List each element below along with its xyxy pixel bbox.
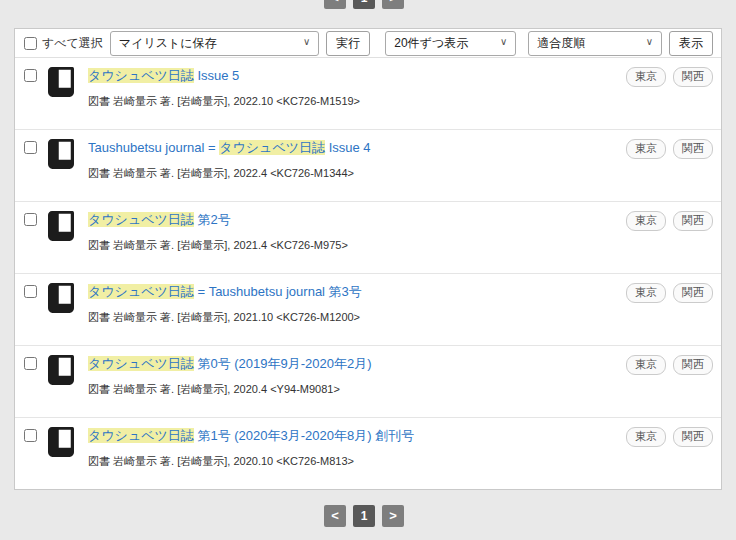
title-text: Issue 4 [325, 140, 371, 155]
action-select[interactable]: マイリストに保存 [110, 31, 319, 56]
pagination-bottom: < 1 > [324, 505, 404, 527]
result-title-link[interactable]: Taushubetsu journal = タウシュベツ日誌 Issue 4 [88, 139, 371, 156]
book-icon [48, 211, 74, 245]
result-location-tags: 東京関西 [626, 139, 713, 159]
result-metadata: 図書 岩崎量示 著. [岩崎量示], 2021.10 <KC726-M1200> [88, 310, 626, 325]
pagination-top: < 1 > [324, 0, 404, 9]
result-row: タウシュベツ日誌 第2号 図書 岩崎量示 著. [岩崎量示], 2021.4 <… [15, 202, 721, 274]
result-checkbox[interactable] [24, 429, 37, 442]
result-metadata: 図書 岩崎量示 著. [岩崎量示], 2020.4 <Y94-M9081> [88, 382, 626, 397]
result-location-tags: 東京関西 [626, 211, 713, 231]
result-main: タウシュベツ日誌 第2号 図書 岩崎量示 著. [岩崎量示], 2021.4 <… [88, 210, 626, 253]
select-all-checkbox[interactable] [24, 37, 37, 50]
result-checkbox[interactable] [24, 285, 37, 298]
result-list: タウシュベツ日誌 Issue 5 図書 岩崎量示 著. [岩崎量示], 2022… [15, 58, 721, 490]
result-metadata: 図書 岩崎量示 著. [岩崎量示], 2020.10 <KC726-M813> [88, 454, 626, 469]
location-tag: 東京 [626, 211, 666, 231]
result-row: タウシュベツ日誌 第0号 (2019年9月-2020年2月) 図書 岩崎量示 著… [15, 346, 721, 418]
sort-select[interactable]: 適合度順 [528, 31, 662, 56]
next-page-button[interactable]: > [382, 505, 404, 527]
sort-select-wrap: 適合度順 [528, 31, 662, 56]
book-icon [48, 427, 74, 461]
location-tag: 関西 [673, 355, 713, 375]
location-tag: 関西 [673, 139, 713, 159]
display-button[interactable]: 表示 [669, 31, 713, 56]
result-main: タウシュベツ日誌 = Taushubetsu journal 第3号 図書 岩崎… [88, 282, 626, 325]
book-icon [48, 283, 74, 317]
location-tag: 関西 [673, 67, 713, 87]
title-text: Issue 5 [194, 68, 240, 83]
result-checkbox[interactable] [24, 69, 37, 82]
result-metadata: 図書 岩崎量示 著. [岩崎量示], 2022.10 <KC726-M1519> [88, 94, 626, 109]
result-title-link[interactable]: タウシュベツ日誌 第0号 (2019年9月-2020年2月) [88, 355, 372, 372]
title-highlight: タウシュベツ日誌 [219, 140, 325, 155]
title-highlight: タウシュベツ日誌 [88, 356, 194, 371]
result-row: タウシュベツ日誌 = Taushubetsu journal 第3号 図書 岩崎… [15, 274, 721, 346]
result-main: タウシュベツ日誌 Issue 5 図書 岩崎量示 著. [岩崎量示], 2022… [88, 66, 626, 109]
action-select-wrap: マイリストに保存 [110, 31, 319, 56]
title-text: = Taushubetsu journal 第3号 [194, 284, 362, 299]
book-icon [48, 139, 74, 173]
result-title-link[interactable]: タウシュベツ日誌 第2号 [88, 211, 231, 228]
result-location-tags: 東京関西 [626, 67, 713, 87]
result-metadata: 図書 岩崎量示 著. [岩崎量示], 2022.4 <KC726-M1344> [88, 166, 626, 181]
result-row: タウシュベツ日誌 Issue 5 図書 岩崎量示 著. [岩崎量示], 2022… [15, 58, 721, 130]
result-main: タウシュベツ日誌 第1号 (2020年3月-2020年8月) 創刊号 図書 岩崎… [88, 426, 626, 469]
book-icon [48, 355, 74, 389]
page-1-button[interactable]: 1 [353, 505, 375, 527]
result-row: Taushubetsu journal = タウシュベツ日誌 Issue 4 図… [15, 130, 721, 202]
result-metadata: 図書 岩崎量示 著. [岩崎量示], 2021.4 <KC726-M975> [88, 238, 626, 253]
result-location-tags: 東京関西 [626, 427, 713, 447]
location-tag: 東京 [626, 139, 666, 159]
location-tag: 東京 [626, 67, 666, 87]
result-row: タウシュベツ日誌 第1号 (2020年3月-2020年8月) 創刊号 図書 岩崎… [15, 418, 721, 490]
result-title-link[interactable]: タウシュベツ日誌 第1号 (2020年3月-2020年8月) 創刊号 [88, 427, 414, 444]
result-checkbox[interactable] [24, 141, 37, 154]
select-all-label[interactable]: すべて選択 [42, 35, 103, 52]
result-location-tags: 東京関西 [626, 355, 713, 375]
select-all-group: すべて選択 [24, 35, 103, 52]
result-title-link[interactable]: タウシュベツ日誌 = Taushubetsu journal 第3号 [88, 283, 362, 300]
location-tag: 関西 [673, 211, 713, 231]
prev-page-button[interactable]: < [324, 505, 346, 527]
location-tag: 関西 [673, 427, 713, 447]
result-main: Taushubetsu journal = タウシュベツ日誌 Issue 4 図… [88, 138, 626, 181]
location-tag: 東京 [626, 427, 666, 447]
page-1-button[interactable]: 1 [353, 0, 375, 9]
title-highlight: タウシュベツ日誌 [88, 68, 194, 83]
title-highlight: タウシュベツ日誌 [88, 284, 194, 299]
results-toolbar: すべて選択 マイリストに保存 実行 20件ずつ表示 適合度順 表示 [15, 29, 721, 58]
book-icon [48, 67, 74, 101]
result-main: タウシュベツ日誌 第0号 (2019年9月-2020年2月) 図書 岩崎量示 著… [88, 354, 626, 397]
location-tag: 東京 [626, 283, 666, 303]
title-highlight: タウシュベツ日誌 [88, 428, 194, 443]
title-text: Taushubetsu journal = [88, 140, 219, 155]
result-checkbox[interactable] [24, 357, 37, 370]
prev-page-button[interactable]: < [324, 0, 346, 9]
location-tag: 関西 [673, 283, 713, 303]
result-title-link[interactable]: タウシュベツ日誌 Issue 5 [88, 67, 239, 84]
title-text: 第0号 (2019年9月-2020年2月) [194, 356, 372, 371]
location-tag: 東京 [626, 355, 666, 375]
title-text: 第2号 [194, 212, 231, 227]
result-checkbox[interactable] [24, 213, 37, 226]
per-page-select-wrap: 20件ずつ表示 [385, 31, 516, 56]
result-location-tags: 東京関西 [626, 283, 713, 303]
execute-button[interactable]: 実行 [326, 31, 370, 56]
title-highlight: タウシュベツ日誌 [88, 212, 194, 227]
next-page-button[interactable]: > [382, 0, 404, 9]
per-page-select[interactable]: 20件ずつ表示 [385, 31, 516, 56]
search-results-panel: すべて選択 マイリストに保存 実行 20件ずつ表示 適合度順 表示 タウシュベツ… [14, 28, 722, 490]
title-text: 第1号 (2020年3月-2020年8月) 創刊号 [194, 428, 414, 443]
